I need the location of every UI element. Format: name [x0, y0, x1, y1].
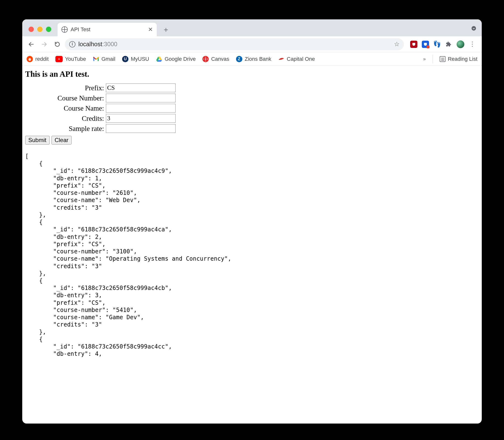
bookmark-google-drive[interactable]: Google Drive [156, 56, 196, 62]
bookmark-label: MyUSU [131, 56, 149, 62]
browser-tab[interactable]: API Test ✕ [58, 23, 157, 36]
window-controls [26, 27, 54, 36]
bookmark-canvas[interactable]: Canvas [202, 56, 229, 62]
submit-button[interactable]: Submit [25, 136, 50, 144]
bookmark-label: Google Drive [165, 56, 196, 62]
page-title: This is an API test. [25, 70, 479, 79]
sample-rate-label: Sample rate: [25, 125, 106, 133]
gnome-extension-icon[interactable]: 👣 [433, 41, 441, 48]
form-row-prefix: Prefix: [25, 83, 479, 92]
zions-icon: Z [236, 56, 242, 62]
form-row-sample-rate: Sample rate: [25, 124, 479, 133]
reading-list-button[interactable]: Reading List [440, 56, 477, 62]
capital-one-icon [278, 56, 284, 62]
form-row-credits: Credits: [25, 114, 479, 123]
new-tab-button[interactable]: ＋ [160, 24, 171, 35]
course-name-input[interactable] [106, 104, 176, 112]
tab-title: API Test [71, 26, 145, 33]
svg-point-7 [203, 59, 204, 59]
svg-point-3 [30, 59, 30, 59]
forward-button[interactable] [39, 39, 50, 50]
arrow-left-icon [28, 41, 34, 47]
course-number-input[interactable] [106, 94, 176, 102]
svg-point-6 [205, 60, 206, 61]
tab-search-button[interactable] [468, 23, 479, 34]
clear-button[interactable]: Clear [52, 136, 72, 144]
close-tab-icon[interactable]: ✕ [148, 26, 153, 33]
browser-menu-button[interactable]: ⋮ [469, 41, 476, 48]
svg-point-0 [472, 26, 476, 30]
separator [433, 55, 433, 63]
course-name-label: Course Name: [25, 104, 106, 112]
credits-input[interactable] [106, 114, 176, 123]
tab-strip: API Test ✕ ＋ [22, 19, 482, 36]
bookmark-label: Zions Bank [245, 56, 271, 62]
url-input[interactable]: i localhost:3000 ☆ [65, 38, 404, 50]
api-output: [ { "_id": "6188c73c2650f58c999ac4c9", "… [25, 153, 479, 358]
bookmark-label: Canvas [211, 56, 229, 62]
form-row-course-name: Course Name: [25, 104, 479, 112]
fullscreen-window-button[interactable] [46, 27, 51, 32]
chevron-down-circle-icon [471, 26, 477, 31]
ublock-extension-icon[interactable] [410, 41, 417, 48]
prefix-input[interactable] [106, 83, 176, 92]
form-row-course-number: Course Number: [25, 94, 479, 102]
svg-point-5 [205, 57, 206, 57]
bookmark-capital-one[interactable]: Capital One [278, 56, 315, 62]
minimize-window-button[interactable] [37, 27, 42, 32]
bookmark-youtube[interactable]: YouTube [55, 56, 86, 62]
google-drive-icon [156, 56, 162, 62]
profile-avatar[interactable] [457, 41, 464, 48]
bookmark-myusu[interactable]: U MyUSU [122, 56, 149, 62]
bookmark-reddit[interactable]: reddit [27, 56, 49, 62]
extensions-button[interactable] [445, 41, 452, 48]
youtube-icon [55, 56, 63, 62]
arrow-right-icon [41, 41, 47, 47]
globe-icon [61, 26, 68, 33]
browser-window: API Test ✕ ＋ i localhost:3000 ☆ [22, 19, 482, 424]
prefix-label: Prefix: [25, 84, 106, 92]
reading-list-icon [440, 56, 445, 62]
course-number-label: Course Number: [25, 94, 106, 102]
reload-button[interactable] [52, 39, 63, 50]
bookmarks-bar: reddit YouTube Gmail U MyUSU Google Driv… [22, 52, 482, 66]
svg-point-2 [29, 59, 29, 59]
bookmark-label: reddit [35, 56, 49, 62]
back-button[interactable] [26, 39, 37, 50]
close-window-button[interactable] [28, 27, 34, 32]
site-info-icon[interactable]: i [69, 41, 76, 47]
bitwarden-extension-icon[interactable] [422, 41, 429, 48]
bookmark-zions-bank[interactable]: Z Zions Bank [236, 56, 271, 62]
svg-point-4 [205, 58, 206, 59]
bookmark-star-icon[interactable]: ☆ [394, 41, 399, 48]
bookmark-gmail[interactable]: Gmail [93, 56, 115, 62]
bookmarks-overflow-button[interactable]: » [423, 56, 426, 62]
form-buttons: Submit Clear [25, 136, 479, 144]
svg-point-1 [28, 58, 31, 61]
bookmark-label: Gmail [102, 56, 115, 62]
credits-label: Credits: [25, 114, 106, 123]
gmail-icon [93, 56, 99, 62]
address-bar: i localhost:3000 ☆ 👣 ⋮ [22, 36, 482, 52]
usu-icon: U [122, 56, 128, 62]
svg-point-8 [207, 59, 208, 59]
reload-icon [54, 41, 60, 47]
reddit-icon [27, 56, 33, 62]
sample-rate-input[interactable] [106, 124, 176, 133]
extensions-area: 👣 ⋮ [406, 41, 478, 48]
url-text: localhost:3000 [78, 41, 117, 48]
page-content: This is an API test. Prefix: Course Numb… [22, 66, 482, 424]
reading-list-label: Reading List [448, 56, 477, 62]
bookmark-label: YouTube [65, 56, 86, 62]
bookmark-label: Capital One [287, 56, 315, 62]
canvas-icon [202, 56, 209, 62]
